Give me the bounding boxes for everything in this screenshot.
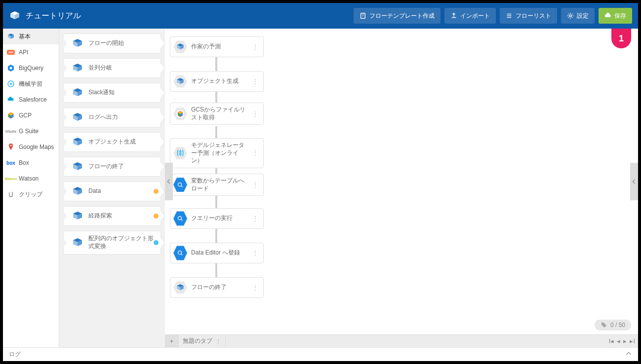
node-label: オブジェクト生成 — [191, 77, 247, 85]
palette-block-3[interactable]: ログへ出力 — [63, 108, 161, 127]
block-label: Slack通知 — [88, 89, 160, 97]
node-menu-icon[interactable]: ⋮ — [251, 149, 259, 156]
save-button[interactable]: 保存 — [599, 8, 632, 24]
sidebar-item-8[interactable]: boxBox — [3, 155, 59, 171]
sidebar-item-1[interactable]: APIAPI — [3, 44, 59, 60]
bigquery-icon — [173, 245, 187, 261]
maps-icon — [7, 143, 15, 151]
flow-canvas[interactable]: 0 / 50 + 無題のタブ ⋮ I◂ ◂ ▸ ▸I 作家の予測⋮オブジェクト生… — [165, 29, 638, 347]
list-icon — [506, 12, 513, 19]
flow-node-7[interactable]: フローの終了⋮ — [170, 277, 264, 298]
palette-block-0[interactable]: フローの開始 — [63, 34, 161, 53]
sidebar-item-label: クリップ — [19, 190, 42, 199]
block-badge — [154, 214, 159, 218]
flow-node-6[interactable]: Data Editor へ登録⋮ — [170, 243, 264, 263]
tab-menu-icon[interactable]: ⋮ — [215, 338, 221, 345]
svg-point-10 — [10, 83, 12, 85]
node-menu-icon[interactable]: ⋮ — [251, 250, 259, 256]
flow-node-3[interactable]: モデルジェネレーター予測（オンライン）⋮ — [170, 138, 264, 168]
block-label: 経路探索 — [88, 212, 160, 220]
sidebar-item-5[interactable]: GCP — [3, 108, 59, 123]
connector — [215, 90, 217, 104]
palette-block-6[interactable]: Data — [63, 182, 161, 201]
palette-block-1[interactable]: 並列分岐 — [63, 58, 161, 78]
palette-block-4[interactable]: オブジェクト生成 — [63, 132, 161, 152]
template-icon — [360, 12, 366, 19]
collapse-left-handle[interactable] — [165, 163, 173, 200]
chevron-left-icon — [631, 178, 638, 185]
tab-last-icon[interactable]: ▸I — [630, 337, 635, 345]
sidebar-item-10[interactable]: クリップ — [3, 186, 59, 202]
sidebar-item-3[interactable]: 機械学習 — [3, 76, 59, 92]
palette-block-2[interactable]: Slack通知 — [63, 83, 161, 103]
collapse-right-handle[interactable] — [630, 163, 638, 200]
svg-point-8 — [10, 67, 12, 70]
header-buttons: フローテンプレート作成 インポート フローリスト 設定 保存 — [354, 8, 632, 24]
node-menu-icon[interactable]: ⋮ — [251, 284, 259, 291]
sidebar-item-label: Google Maps — [19, 144, 54, 150]
cloud-save-icon — [604, 12, 611, 19]
flow-list-button[interactable]: フローリスト — [500, 8, 557, 24]
app-logo-icon — [9, 10, 21, 22]
svg-point-15 — [10, 145, 12, 146]
block-palette: フローの開始並列分岐Slack通知ログへ出力オブジェクト生成フローの終了Data… — [59, 29, 165, 347]
block-label: ログへ出力 — [88, 113, 160, 121]
sidebar-item-6[interactable]: GSuiteG Suite — [3, 123, 59, 139]
node-menu-icon[interactable]: ⋮ — [251, 182, 259, 188]
svg-line-22 — [181, 185, 183, 187]
node-menu-icon[interactable]: ⋮ — [251, 43, 259, 50]
add-tab-button[interactable]: + — [165, 335, 179, 347]
expand-log-button[interactable] — [625, 350, 632, 359]
palette-block-8[interactable]: 配列内のオブジェクト形式変換 — [63, 231, 161, 255]
connector — [215, 261, 217, 277]
node-menu-icon[interactable]: ⋮ — [251, 78, 259, 85]
body: 基本APIAPIBigQuery機械学習SalesforceGCPGSuiteG… — [3, 29, 638, 347]
category-sidebar: 基本APIAPIBigQuery機械学習SalesforceGCPGSuiteG… — [3, 29, 59, 347]
node-menu-icon[interactable]: ⋮ — [251, 215, 259, 222]
block-badge — [154, 189, 159, 194]
chevron-up-icon — [625, 350, 632, 357]
sidebar-item-0[interactable]: 基本 — [3, 29, 59, 44]
flow-node-2[interactable]: GCSからファイルリスト取得⋮ — [170, 103, 264, 125]
node-label: フローの終了 — [191, 284, 247, 291]
import-button[interactable]: インポート — [444, 8, 496, 24]
tab-next-icon[interactable]: ▸ — [623, 337, 627, 345]
svg-point-21 — [178, 182, 182, 186]
palette-block-7[interactable]: 経路探索 — [63, 206, 161, 226]
tab-prev-icon[interactable]: ◂ — [617, 337, 620, 345]
block-label: 配列内のオブジェクト形式変換 — [88, 235, 160, 250]
flow-node-0[interactable]: 作家の予測⋮ — [170, 36, 264, 57]
cube-icon — [71, 86, 84, 100]
palette-block-5[interactable]: フローの終了 — [63, 157, 161, 177]
settings-button[interactable]: 設定 — [561, 8, 595, 24]
sidebar-item-9[interactable]: WatsonWatson — [3, 171, 59, 186]
node-label: クエリーの実行 — [191, 215, 247, 222]
sidebar-item-4[interactable]: Salesforce — [3, 92, 59, 108]
svg-line-26 — [181, 254, 183, 255]
connector — [215, 227, 217, 243]
upload-icon — [450, 12, 457, 19]
node-label: Data Editor へ登録 — [191, 249, 247, 257]
node-menu-icon[interactable]: ⋮ — [251, 110, 259, 117]
cube-icon — [7, 33, 15, 40]
flow-node-4[interactable]: 変数からテーブルへロード⋮ — [170, 174, 264, 196]
flow-node-1[interactable]: オブジェクト生成⋮ — [170, 71, 264, 92]
watson-icon: Watson — [7, 175, 15, 182]
gcp-icon — [173, 107, 187, 121]
gear-icon — [567, 12, 574, 19]
tab-first-icon[interactable]: I◂ — [609, 337, 614, 345]
bigquery-icon — [173, 177, 187, 193]
tab-navigation: I◂ ◂ ▸ ▸I — [606, 335, 638, 347]
flow-template-button[interactable]: フローテンプレート作成 — [354, 8, 441, 24]
cube-icon — [173, 74, 187, 88]
block-label: Data — [88, 187, 160, 195]
tab-untitled[interactable]: 無題のタブ ⋮ — [179, 335, 226, 347]
flow-node-5[interactable]: クエリーの実行⋮ — [170, 208, 264, 229]
sidebar-item-7[interactable]: Google Maps — [3, 139, 59, 155]
cube-icon — [71, 160, 84, 174]
gs-icon: GSuite — [7, 127, 15, 135]
app-window: チュートリアル フローテンプレート作成 インポート フローリスト 設定 保存 — [3, 3, 638, 361]
tab-bar: + 無題のタブ ⋮ I◂ ◂ ▸ ▸I — [165, 334, 638, 347]
sidebar-item-2[interactable]: BigQuery — [3, 60, 59, 76]
cube-icon — [71, 184, 84, 198]
